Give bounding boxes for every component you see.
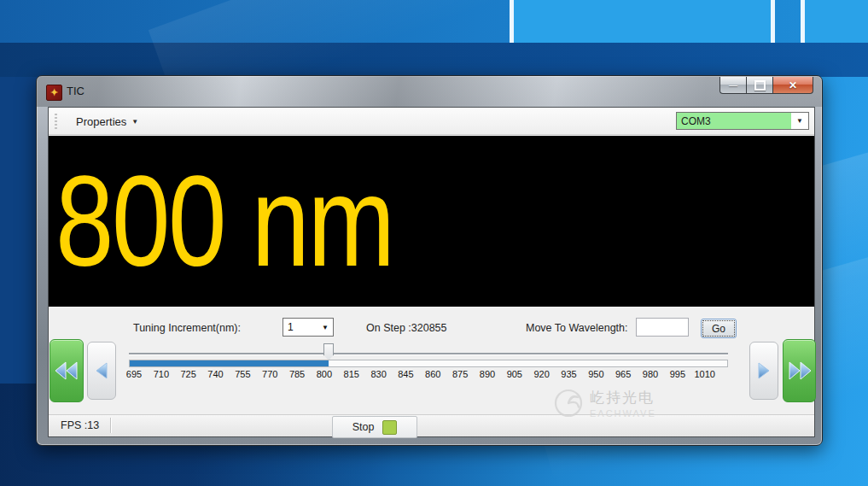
status-bar: FPS :13 Stop xyxy=(49,414,814,436)
com-port-combobox[interactable]: COM3 ▼ xyxy=(676,112,809,130)
eachwave-logo-icon xyxy=(554,389,583,418)
com-port-value: COM3 xyxy=(677,113,791,129)
slider-tick-label: 710 xyxy=(149,369,174,379)
minimize-button[interactable]: — xyxy=(719,77,746,94)
slider-tick-label: 905 xyxy=(502,369,527,379)
stop-button[interactable]: Stop xyxy=(332,416,417,438)
slider-tick-label: 740 xyxy=(203,369,229,379)
tuning-increment-value: 1 xyxy=(283,321,317,333)
tuning-increment-label: Tuning Increment(nm): xyxy=(133,322,241,334)
slider-tick-label: 920 xyxy=(529,369,555,379)
move-to-wavelength-input[interactable] xyxy=(636,318,689,337)
client-area: Properties ▼ COM3 ▼ 800 nm Tuning Increm… xyxy=(48,107,815,437)
fast-forward-button[interactable] xyxy=(783,339,816,402)
fast-backward-button[interactable] xyxy=(50,339,84,402)
right-arrow-icon xyxy=(756,361,772,380)
properties-menu-button[interactable]: Properties ▼ xyxy=(71,112,143,131)
tuning-progress-bar xyxy=(129,360,728,367)
toolbar: Properties ▼ COM3 ▼ xyxy=(49,108,814,135)
combobox-dropdown-icon[interactable]: ▼ xyxy=(317,324,333,331)
window-title: TIC xyxy=(67,85,84,97)
slider-tick-label: 890 xyxy=(475,369,500,379)
slider-tick-label: 770 xyxy=(257,369,283,379)
titlebar[interactable] xyxy=(37,76,822,107)
tuning-increment-select[interactable]: 1 ▼ xyxy=(283,318,334,337)
tic-app-window: ✦ TIC — ✕ Properties ▼ COM3 ▼ 800 nm Tun… xyxy=(36,75,823,446)
double-left-arrow-icon xyxy=(54,360,79,381)
close-button[interactable]: ✕ xyxy=(773,77,813,94)
left-arrow-icon xyxy=(94,361,109,380)
toolbar-grip-handle[interactable] xyxy=(55,114,57,129)
slider-tick-label: 830 xyxy=(366,369,392,379)
slider-tick-label: 845 xyxy=(393,369,418,379)
combobox-dropdown-icon[interactable]: ▼ xyxy=(791,113,808,129)
move-to-wavelength-label: Move To Wavelength: xyxy=(526,322,628,334)
fps-readout: FPS :13 xyxy=(61,419,99,431)
properties-label: Properties xyxy=(76,115,126,128)
status-led-icon xyxy=(382,420,397,435)
step-forward-button[interactable] xyxy=(749,342,778,400)
slider-tick-label: 785 xyxy=(284,369,310,379)
window-controls: — ✕ xyxy=(719,77,813,94)
wallpaper-logo-pane xyxy=(510,0,775,49)
on-step-readout: On Step :320855 xyxy=(366,322,447,334)
slider-tick-label: 965 xyxy=(610,369,636,379)
slider-tick-label: 725 xyxy=(176,369,201,379)
slider-tick-label: 950 xyxy=(583,369,609,379)
slider-tick-label: 995 xyxy=(665,369,690,379)
tuning-progress-fill xyxy=(130,360,329,366)
slider-tick-label: 875 xyxy=(447,369,473,379)
wavelength-readout: 800 nm xyxy=(55,148,393,296)
status-separator xyxy=(110,418,111,433)
tic-app-icon[interactable]: ✦ xyxy=(46,85,62,101)
wallpaper-shadow-band xyxy=(0,43,868,77)
chevron-down-icon: ▼ xyxy=(131,118,138,126)
stop-button-label: Stop xyxy=(352,421,375,433)
slider-tick-label: 755 xyxy=(230,369,255,379)
slider-tick-label: 800 xyxy=(312,369,337,379)
double-right-arrow-icon xyxy=(787,360,813,381)
slider-tick-label: 935 xyxy=(556,369,582,379)
wavelength-scale: 6957107257407557707858008158308458608758… xyxy=(121,369,718,379)
maximize-icon xyxy=(754,80,766,91)
wavelength-slider-track[interactable] xyxy=(129,353,728,354)
go-button[interactable]: Go xyxy=(701,319,737,338)
slider-tick-label: 815 xyxy=(339,369,364,379)
slider-tick-label: 860 xyxy=(420,369,446,379)
slider-tick-label: 695 xyxy=(121,369,147,379)
wavelength-display: 800 nm xyxy=(49,136,814,307)
step-backward-button[interactable] xyxy=(87,342,116,400)
slider-tick-label: 1010 xyxy=(692,369,718,379)
maximize-button[interactable] xyxy=(746,77,773,94)
watermark-cn-text: 屹持光电 xyxy=(590,388,656,407)
wavelength-slider-thumb[interactable] xyxy=(323,343,334,360)
slider-tick-label: 980 xyxy=(638,369,663,379)
